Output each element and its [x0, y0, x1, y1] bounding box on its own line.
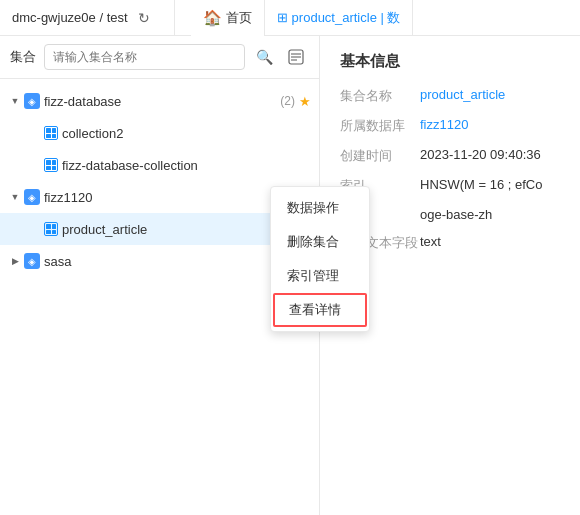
info-row-name: 集合名称 product_article: [340, 87, 560, 105]
info-value-created: 2023-11-20 09:40:36: [420, 147, 560, 162]
info-value-db: fizz1120: [420, 117, 560, 132]
add-collection-btn[interactable]: [283, 44, 309, 70]
info-row-created: 创建时间 2023-11-20 09:40:36: [340, 147, 560, 165]
home-icon: 🏠: [203, 9, 222, 27]
info-value-index2: oge-base-zh: [420, 207, 560, 222]
menu-item-data-ops[interactable]: 数据操作: [271, 191, 320, 225]
collection-icon: [44, 126, 58, 140]
info-label-db: 所属数据库: [340, 117, 420, 135]
tree-label-fizz1120: fizz1120: [44, 190, 280, 205]
menu-item-delete[interactable]: 删除集合: [271, 225, 320, 259]
tab-home-label: 首页: [226, 9, 252, 27]
tab-product-article[interactable]: ⊞ product_article | 数: [265, 0, 414, 36]
search-input[interactable]: [44, 44, 245, 70]
db-icon-fizz1120: ◈: [24, 189, 40, 205]
expand-icon-fizz1120: ▼: [8, 190, 22, 204]
search-icon-btn[interactable]: 🔍: [251, 44, 277, 70]
expand-icon: ▼: [8, 94, 22, 108]
db-icon-sasa: ◈: [24, 253, 40, 269]
main-layout: 集合 🔍 ▼ ◈ fizz-database (2) ★: [0, 36, 580, 515]
tree-label-fizz-database: fizz-database: [44, 94, 280, 109]
sidebar-header: 集合 🔍: [0, 36, 319, 79]
collection-icon-product: [44, 222, 58, 236]
grid-icon: ⊞: [277, 10, 288, 25]
context-menu: 数据操作 删除集合 索引管理 查看详情: [270, 186, 320, 332]
info-label-name: 集合名称: [340, 87, 420, 105]
info-row-index: 索引 HNSW(M = 16 ; efCo: [340, 177, 560, 195]
refresh-icon[interactable]: ↻: [138, 10, 150, 26]
sidebar-collection-label: 集合: [10, 48, 38, 66]
tab-product-label: product_article | 数: [292, 9, 401, 27]
tree-count-fizz-database: (2): [280, 94, 295, 108]
top-bar: dmc-gwjuze0e / test ↻ 🏠 首页 ⊞ product_art…: [0, 0, 580, 36]
breadcrumb: dmc-gwjuze0e / test ↻: [12, 10, 150, 26]
info-label-created: 创建时间: [340, 147, 420, 165]
tree-label-product-article: product_article: [62, 222, 267, 237]
collection-icon: [44, 158, 58, 172]
tree-label-fizz-database-collection: fizz-database-collection: [62, 158, 311, 173]
tree-label-collection2: collection2: [62, 126, 311, 141]
tree-item-fizz-database[interactable]: ▼ ◈ fizz-database (2) ★: [0, 85, 319, 117]
info-value-raw-text: text: [420, 234, 560, 249]
star-icon-fizz-database[interactable]: ★: [299, 94, 311, 109]
menu-item-detail[interactable]: 查看详情: [273, 293, 320, 327]
top-nav: 🏠 首页 ⊞ product_article | 数: [174, 0, 568, 36]
menu-item-index[interactable]: 索引管理: [271, 259, 320, 293]
info-value-index: HNSW(M = 16 ; efCo: [420, 177, 560, 192]
tree-item-collection2[interactable]: collection2: [0, 117, 319, 149]
info-row-raw-text: 原始文本字段 text: [340, 234, 560, 252]
info-value-name: product_article: [420, 87, 560, 102]
tree-label-sasa: sasa: [44, 254, 280, 269]
sidebar: 集合 🔍 ▼ ◈ fizz-database (2) ★: [0, 36, 320, 515]
tab-home[interactable]: 🏠 首页: [191, 0, 265, 36]
tree-item-fizz-database-collection[interactable]: fizz-database-collection: [0, 149, 319, 181]
breadcrumb-text: dmc-gwjuze0e / test: [12, 10, 128, 25]
db-icon: ◈: [24, 93, 40, 109]
info-row-db: 所属数据库 fizz1120: [340, 117, 560, 135]
section-title: 基本信息: [340, 52, 560, 71]
expand-icon-sasa: ▶: [8, 254, 22, 268]
info-row-index2: oge-base-zh: [340, 207, 560, 222]
